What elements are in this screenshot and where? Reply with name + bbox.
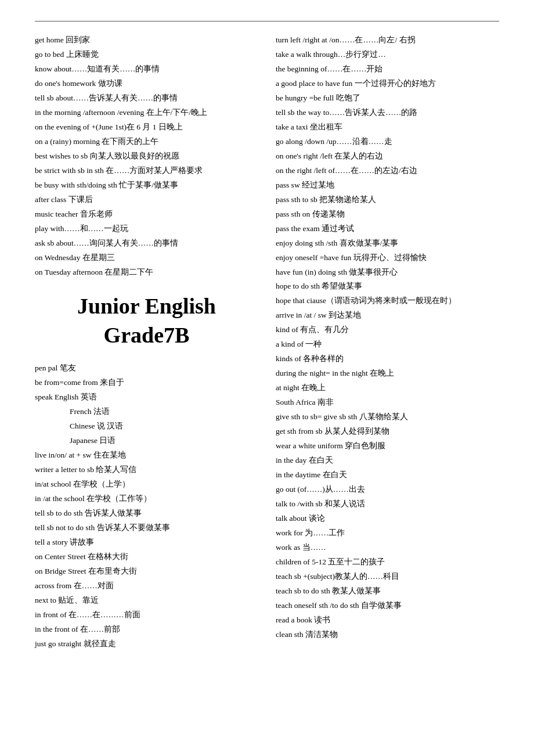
page-number [35, 17, 499, 21]
list-item: go along /down /up……沿着……走 [276, 135, 499, 149]
list-item: do one's homework 做功课 [35, 77, 258, 91]
list-item: enjoy doing sth /sth 喜欢做某事/某事 [276, 236, 499, 251]
list-item: go to bed 上床睡觉 [35, 48, 258, 62]
list-item: give sth to sb= give sb sth 八某物给某人 [276, 410, 499, 424]
list-item: teach sb to do sth 教某人做某事 [276, 584, 499, 599]
list-item: kinds of 各种各样的 [276, 352, 499, 366]
list-item: on the right /left of……在……的左边/右边 [276, 164, 499, 178]
list-item: pass sth to sb 把某物递给某人 [276, 193, 499, 207]
list-item: work for 为……工作 [276, 526, 499, 541]
list-item: tell a story 讲故事 [35, 535, 258, 550]
list-item: have fun (in) doing sth 做某事很开心 [276, 265, 499, 280]
list-item: after class 下课后 [35, 193, 258, 207]
list-item: a good place to have fun 一个过得开心的好地方 [276, 77, 499, 91]
list-item: arrive in /at / sw 到达某地 [276, 308, 499, 323]
list-item: just go straight 就径直走 [35, 637, 258, 651]
list-item: get sth from sb 从某人处得到某物 [276, 424, 499, 439]
list-item: on Bridge Street 在布里奇大街 [35, 564, 258, 579]
list-item: take a walk through…步行穿过… [276, 48, 499, 62]
list-item: on one's right /left 在某人的右边 [276, 149, 499, 164]
list-item: South Africa 南非 [276, 395, 499, 410]
list-item: in /at the school 在学校（工作等） [35, 492, 258, 506]
list-item: tell sb to do sth 告诉某人做某事 [35, 506, 258, 521]
list-item: talk to /with sb 和某人说话 [276, 497, 499, 512]
list-item: take a taxi 坐出租车 [276, 120, 499, 135]
right-column: turn left /right at /on……在……向左/ 右拐take a… [276, 33, 499, 651]
list-item: ask sb about……询问某人有关……的事情 [35, 236, 258, 251]
list-item: speak English 英语 [35, 390, 258, 405]
list-item: read a book 读书 [276, 613, 499, 628]
list-item: Japanese 日语 [70, 434, 258, 448]
list-item: teach oneself sth /to do sth 自学做某事 [276, 599, 499, 613]
list-item: on Center Street 在格林大街 [35, 550, 258, 564]
list-item: hope to do sth 希望做某事 [276, 279, 499, 294]
list-item: in the daytime 在白天 [276, 468, 499, 483]
list-item: best wishes to sb 向某人致以最良好的祝愿 [35, 149, 258, 164]
list-item: a kind of 一种 [276, 337, 499, 352]
list-item: get home 回到家 [35, 33, 258, 48]
list-item: pass sw 经过某地 [276, 178, 499, 193]
list-item: pass sth on 传递某物 [276, 207, 499, 222]
list-item: play with……和……一起玩 [35, 222, 258, 236]
list-item: talk about 谈论 [276, 512, 499, 526]
list-item: on Tuesday afternoon 在星期二下午 [35, 265, 258, 280]
list-item: on the evening of +(June 1st)在 6 月 1 日晚上 [35, 120, 258, 135]
list-item: next to 贴近、靠近 [35, 593, 258, 608]
list-item: wear a white uniform 穿白色制服 [276, 439, 499, 453]
list-item: tell sb about……告诉某人有关……的事情 [35, 91, 258, 106]
list-item: kind of 有点、有几分 [276, 323, 499, 337]
section-title: Junior EnglishGrade7B [35, 292, 258, 350]
list-item: clean sth 清洁某物 [276, 628, 499, 642]
list-item: go out (of……)从……出去 [276, 483, 499, 497]
list-item: know about……知道有关……的事情 [35, 62, 258, 77]
list-item: in/at school 在学校（上学） [35, 477, 258, 492]
page: get home 回到家go to bed 上床睡觉know about……知道… [0, 0, 534, 756]
list-item: work as 当…… [276, 541, 499, 555]
list-item: music teacher 音乐老师 [35, 207, 258, 222]
list-item: pen pal 笔友 [35, 361, 258, 376]
list-item: tell sb not to do sth 告诉某人不要做某事 [35, 521, 258, 535]
list-item: pass the exam 通过考试 [276, 222, 499, 236]
list-item: on Wednesday 在星期三 [35, 251, 258, 265]
list-item: writer a letter to sb 给某人写信 [35, 463, 258, 477]
list-item: across from 在……对面 [35, 579, 258, 593]
list-item: French 法语 [70, 405, 258, 419]
list-item: turn left /right at /on……在……向左/ 右拐 [276, 33, 499, 48]
list-item: be from=come from 来自于 [35, 376, 258, 390]
list-item: be busy with sth/doing sth 忙于某事/做某事 [35, 178, 258, 193]
list-item: during the night= in the night 在晚上 [276, 366, 499, 381]
content: get home 回到家go to bed 上床睡觉know about……知道… [35, 33, 499, 651]
list-item: live in/on/ at + sw 住在某地 [35, 448, 258, 463]
list-item: be strict with sb in sth 在……方面对某人严格要求 [35, 164, 258, 178]
list-item: hope that ciause（谓语动词为将来时或一般现在时） [276, 294, 499, 308]
list-item: in the morning /afternoon /evening 在上午/下… [35, 106, 258, 120]
left-column: get home 回到家go to bed 上床睡觉know about……知道… [35, 33, 258, 651]
list-item: in the front of 在……前部 [35, 622, 258, 637]
list-item: children of 5-12 五至十二的孩子 [276, 555, 499, 570]
list-item: be hungry =be full 吃饱了 [276, 91, 499, 106]
list-item: tell sb the way to……告诉某人去……的路 [276, 106, 499, 120]
list-item: Chinese 说 汉语 [70, 419, 258, 434]
list-item: the beginning of……在……开始 [276, 62, 499, 77]
list-item: on a (rainy) morning 在下雨天的上午 [35, 135, 258, 149]
list-item: enjoy oneself =have fun 玩得开心、过得愉快 [276, 251, 499, 265]
list-item: in the day 在白天 [276, 453, 499, 468]
list-item: teach sb +(subject)教某人的……科目 [276, 570, 499, 584]
list-item: in front of 在……在………前面 [35, 608, 258, 622]
list-item: at night 在晚上 [276, 381, 499, 395]
